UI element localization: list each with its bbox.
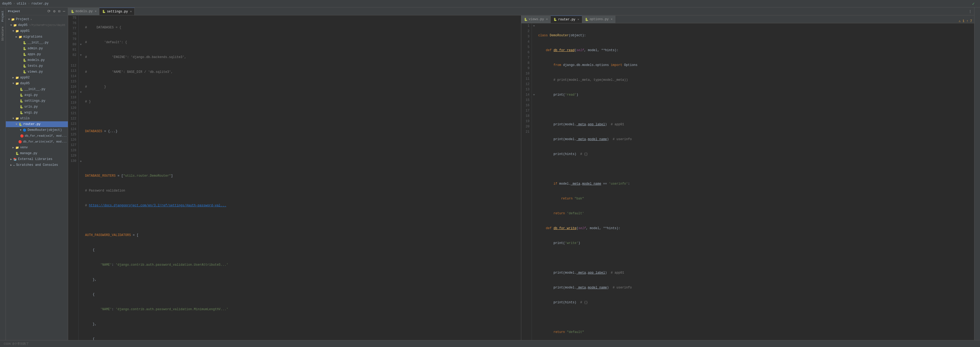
breadcrumb-day05: day05: [2, 2, 12, 6]
rline-1: class DemoRouter(object):: [538, 33, 972, 38]
tab-bar-extra[interactable]: ⋮: [966, 8, 974, 15]
warning-badge: ⚠ 1 ↑ 7: [959, 19, 974, 23]
tree-label-router: router.py: [23, 122, 41, 126]
tab-close-views[interactable]: ×: [546, 18, 548, 21]
tree-label-asgi: asgi.py: [24, 93, 38, 97]
folder-icon-utils: 📁: [15, 117, 19, 120]
breadcrumb-sep1: ›: [13, 2, 15, 6]
arrow-migrations: ▶: [14, 35, 19, 38]
more-icon[interactable]: ⋯: [62, 9, 66, 14]
tree-item-scratches[interactable]: ▶ ✏️ Scratches and Consoles: [6, 162, 68, 168]
tree-item-utils[interactable]: ▼ 📁 utils: [6, 116, 68, 121]
tree-label-day05-inner: day05: [20, 82, 30, 85]
editor-content-right[interactable]: 12345 678910 1112131415 1617181920 21 ▼ …: [521, 23, 974, 340]
tree-item-apps[interactable]: 🐍 apps.py: [6, 51, 68, 57]
code-content-left[interactable]: # DATABASES = { # 'default': { # 'ENGINE…: [83, 15, 521, 340]
tree-label-init-app01: __init__.py: [27, 41, 48, 44]
fold-gutter-right: ▼ ▼: [532, 23, 536, 340]
rline-14: def db_for_write(self, model, **hints):: [538, 226, 972, 231]
sync-icon[interactable]: ⟳: [47, 9, 51, 14]
tree-item-DemoRouter[interactable]: ▼ 🔵 DemoRouter(object): [6, 127, 68, 133]
tree-label-views-app01: views.py: [27, 70, 43, 74]
tab-models-py[interactable]: 🐍 models.py ×: [68, 8, 99, 15]
tab-label-models: models.py: [76, 10, 93, 13]
code-content-right[interactable]: class DemoRouter(object): def db_for_rea…: [536, 23, 974, 340]
python-icon-views-app01: 🐍: [23, 70, 27, 74]
tab-icon-options: 🐍: [585, 18, 589, 21]
code-line-gap: [85, 144, 519, 149]
tab-close-settings[interactable]: ×: [130, 10, 132, 13]
folder-icon-project: 📁: [11, 18, 15, 21]
tab-views-py[interactable]: 🐍 views.py ×: [521, 16, 551, 23]
tree-label-models: models.py: [27, 58, 45, 62]
code-line-75: # DATABASES = {: [85, 25, 519, 30]
tree-item-day05[interactable]: ▼ 📁 day05 ~/PycharmProjects/day05: [6, 22, 68, 28]
tree-item-project[interactable]: ▼ 📁 Project ▾: [6, 16, 68, 22]
tree-label-utils: utils: [20, 117, 30, 120]
tab-close-models[interactable]: ×: [95, 10, 97, 13]
method-icon-db-for-write: 🔴: [18, 140, 22, 144]
tab-close-router[interactable]: ×: [578, 18, 579, 21]
gear-icon[interactable]: ⚙: [53, 9, 56, 14]
folder-icon-day05-inner: 📁: [15, 82, 19, 85]
tree-label-project-dropdown: ▾: [30, 18, 32, 21]
arrow-day05: ▼: [9, 24, 13, 27]
tree-item-ext-libs[interactable]: ▶ 📚 External Libraries: [6, 156, 68, 162]
lib-icon-ext: 📚: [13, 158, 17, 161]
code-line-112: [85, 158, 519, 164]
bottom-bar: CSDN @小李别跑了: [0, 340, 980, 347]
rline-8: print(model._meta.model_name) # userinfo: [538, 137, 972, 142]
tree-item-models[interactable]: 🐍 models.py: [6, 57, 68, 63]
editor-content-left[interactable]: 7576777879 808182 112113114115116 117118…: [68, 15, 521, 340]
code-line-120: },: [85, 277, 519, 282]
breadcrumb-file: router.py: [31, 2, 48, 6]
rline-18: print(model._meta.model_name) # userinfo: [538, 285, 972, 290]
tab-icon-router: 🐍: [553, 18, 557, 21]
top-bar: day05 › utils › router.py: [0, 0, 980, 8]
tree-item-venv[interactable]: ▶ 📁 venv: [6, 145, 68, 151]
tree-item-day05-inner[interactable]: ▼ 📁 day05: [6, 81, 68, 86]
tree-item-urls[interactable]: 🐍 urls.py: [6, 104, 68, 110]
python-icon-admin: 🐍: [23, 47, 27, 50]
tree-item-asgi[interactable]: 🐍 asgi.py: [6, 92, 68, 98]
tree-item-wsgi[interactable]: 🐍 wsgi.py: [6, 110, 68, 116]
tree-item-settings[interactable]: 🐍 settings.py: [6, 98, 68, 104]
tree-item-migrations[interactable]: ▶ 📁 migrations: [6, 34, 68, 40]
left-panel-icons: Project Structure: [0, 8, 6, 340]
folder-icon-day05: 📁: [13, 24, 17, 27]
collapse-icon[interactable]: ⊟: [57, 9, 61, 14]
arrow-day05-inner: ▼: [11, 82, 15, 85]
tab-close-options[interactable]: ×: [611, 18, 613, 21]
structure-panel-icon[interactable]: Structure: [1, 24, 5, 43]
project-panel-icon[interactable]: Project: [1, 8, 5, 24]
tree-item-init-app01[interactable]: 🐍 __init__.py: [6, 40, 68, 46]
tab-icon-views: 🐍: [524, 18, 528, 21]
editor-pane-left: 7576777879 808182 112113114115116 117118…: [68, 15, 521, 340]
folder-icon-venv: 📁: [15, 146, 19, 149]
python-icon-settings: 🐍: [20, 99, 23, 103]
code-line-77: # 'ENGINE': 'django.db.backends.sqlite3'…: [85, 55, 519, 60]
tab-settings-py[interactable]: 🐍 settings.py ×: [99, 8, 135, 15]
tree-item-views-app01[interactable]: 🐍 views.py: [6, 69, 68, 75]
rline-6: [538, 107, 972, 112]
rline-15: print('write'): [538, 241, 972, 246]
tree-item-db-for-write[interactable]: 🔴 db_for_write(self, mod...: [6, 139, 68, 145]
tree-label-urls: urls.py: [24, 105, 38, 109]
rline-7: print(model._meta.app_label) # app01: [538, 122, 972, 127]
tree-item-admin[interactable]: 🐍 admin.py: [6, 46, 68, 51]
tree-label-app01: app01: [20, 29, 30, 33]
code-line-122: 'NAME': 'django.contrib.auth.password_va…: [85, 307, 519, 312]
tab-router-py[interactable]: 🐍 router.py ×: [551, 16, 582, 23]
tab-options-py[interactable]: 🐍 options.py ×: [582, 16, 616, 23]
arrow-router: ▼: [14, 123, 19, 126]
tree-item-init-day05[interactable]: 🐍 __init__.py: [6, 86, 68, 92]
tree-item-db-for-read[interactable]: 🔴 db_for_read(self, mod...: [6, 133, 68, 139]
tree-item-app01[interactable]: ▼ 📁 app01: [6, 28, 68, 34]
arrow-DemoRouter: ▼: [19, 129, 23, 132]
tab-label-router: router.py: [558, 18, 575, 21]
tree-item-tests[interactable]: 🐍 tests.py: [6, 63, 68, 69]
tree-item-manage[interactable]: 🐍 manage.py: [6, 151, 68, 156]
python-icon-tests: 🐍: [23, 64, 27, 68]
tree-item-router[interactable]: ▼ 🐍 router.py: [6, 121, 68, 127]
tree-item-app02[interactable]: ▶ 📁 app02: [6, 75, 68, 81]
